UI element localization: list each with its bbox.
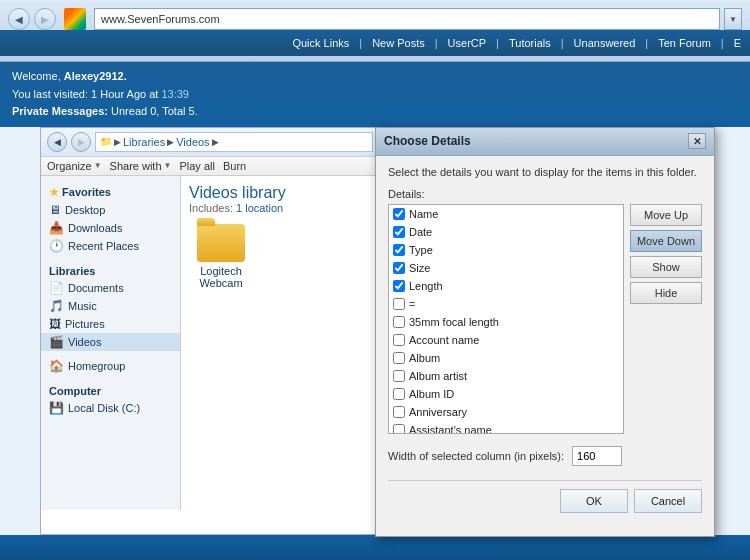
choose-details-dialog: Choose Details ✕ Select the details you … bbox=[375, 127, 715, 537]
address-bar[interactable]: www.SevenForums.com bbox=[94, 8, 720, 30]
details-list[interactable]: NameDateTypeSizeLength=35mm focal length… bbox=[388, 204, 624, 434]
detail-item[interactable]: Type bbox=[389, 241, 623, 259]
share-with-button[interactable]: Share with ▼ bbox=[110, 160, 172, 172]
cancel-button[interactable]: Cancel bbox=[634, 489, 702, 513]
nav-new-posts[interactable]: New Posts bbox=[367, 37, 430, 49]
detail-label: Date bbox=[409, 226, 432, 238]
detail-checkbox[interactable] bbox=[393, 370, 405, 382]
welcome-bar: Welcome, Alexey2912. You last visited: 1… bbox=[0, 62, 750, 127]
computer-section: Computer 💾 Local Disk (C:) bbox=[41, 381, 180, 417]
detail-label: Name bbox=[409, 208, 438, 220]
detail-checkbox[interactable] bbox=[393, 388, 405, 400]
detail-checkbox[interactable] bbox=[393, 334, 405, 346]
width-input[interactable] bbox=[572, 446, 622, 466]
sidebar-item-desktop[interactable]: 🖥 Desktop bbox=[41, 201, 180, 219]
private-messages-value: Unread 0, Total 5. bbox=[111, 105, 198, 117]
favorites-group-label: ★ Favorites bbox=[41, 182, 180, 201]
detail-item[interactable]: Album ID bbox=[389, 385, 623, 403]
status-bar bbox=[0, 535, 750, 560]
dialog-description: Select the details you want to display f… bbox=[388, 166, 702, 178]
folder-icon[interactable] bbox=[197, 224, 245, 262]
location-link[interactable]: 1 location bbox=[236, 202, 283, 214]
explorer-fwd-btn[interactable]: ▶ bbox=[71, 132, 91, 152]
forward-button[interactable]: ▶ bbox=[34, 8, 56, 30]
side-buttons: Move Up Move Down Show Hide bbox=[630, 204, 702, 434]
welcome-line: Welcome, Alexey2912. bbox=[12, 68, 738, 86]
windows-logo-icon bbox=[64, 8, 86, 30]
sidebar-item-documents[interactable]: 📄 Documents bbox=[41, 279, 180, 297]
breadcrumb-videos[interactable]: Videos bbox=[176, 136, 209, 148]
detail-label: Album ID bbox=[409, 388, 454, 400]
detail-item[interactable]: = bbox=[389, 295, 623, 313]
dialog-titlebar: Choose Details ✕ bbox=[376, 128, 714, 156]
sidebar-item-homegroup[interactable]: 🏠 Homegroup bbox=[41, 357, 180, 375]
move-down-button[interactable]: Move Down bbox=[630, 230, 702, 252]
address-dropdown[interactable]: ▼ bbox=[724, 8, 742, 30]
sidebar-item-recent-places[interactable]: 🕐 Recent Places bbox=[41, 237, 180, 255]
ok-button[interactable]: OK bbox=[560, 489, 628, 513]
detail-checkbox[interactable] bbox=[393, 316, 405, 328]
library-subtitle: Includes: 1 location bbox=[189, 202, 371, 214]
detail-checkbox[interactable] bbox=[393, 352, 405, 364]
detail-item[interactable]: Account name bbox=[389, 331, 623, 349]
hide-button[interactable]: Hide bbox=[630, 282, 702, 304]
sidebar-item-downloads[interactable]: 📥 Downloads bbox=[41, 219, 180, 237]
detail-item[interactable]: Name bbox=[389, 205, 623, 223]
sidebar-item-videos[interactable]: 🎬 Videos bbox=[41, 333, 180, 351]
sidebar-item-music[interactable]: 🎵 Music bbox=[41, 297, 180, 315]
username: Alexey2912. bbox=[64, 70, 127, 82]
move-up-button[interactable]: Move Up bbox=[630, 204, 702, 226]
breadcrumb[interactable]: 📁 ▶ Libraries ▶ Videos ▶ bbox=[95, 132, 373, 152]
dialog-title: Choose Details bbox=[384, 134, 471, 148]
detail-label: Length bbox=[409, 280, 443, 292]
private-messages-label: Private Messages: bbox=[12, 105, 108, 117]
detail-checkbox[interactable] bbox=[393, 208, 405, 220]
sidebar-item-pictures[interactable]: 🖼 Pictures bbox=[41, 315, 180, 333]
detail-checkbox[interactable] bbox=[393, 244, 405, 256]
detail-item[interactable]: Assistant's name bbox=[389, 421, 623, 434]
detail-label: Account name bbox=[409, 334, 479, 346]
last-visited-time: 13:39 bbox=[161, 88, 189, 100]
explorer-back-btn[interactable]: ◀ bbox=[47, 132, 67, 152]
detail-checkbox[interactable] bbox=[393, 406, 405, 418]
videos-icon: 🎬 bbox=[49, 335, 64, 349]
width-label: Width of selected column (in pixels): bbox=[388, 450, 564, 462]
local-disk-icon: 💾 bbox=[49, 401, 64, 415]
detail-checkbox[interactable] bbox=[393, 298, 405, 310]
detail-item[interactable]: Anniversary bbox=[389, 403, 623, 421]
nav-extra[interactable]: E bbox=[729, 37, 746, 49]
organize-button[interactable]: Organize ▼ bbox=[47, 160, 102, 172]
detail-item[interactable]: Date bbox=[389, 223, 623, 241]
last-visited-line: You last visited: 1 Hour Ago at 13:39 bbox=[12, 86, 738, 104]
detail-item[interactable]: Album bbox=[389, 349, 623, 367]
nav-ten-forum[interactable]: Ten Forum bbox=[653, 37, 716, 49]
dialog-close-button[interactable]: ✕ bbox=[688, 133, 706, 149]
detail-item[interactable]: Album artist bbox=[389, 367, 623, 385]
burn-button[interactable]: Burn bbox=[223, 160, 246, 172]
detail-checkbox[interactable] bbox=[393, 280, 405, 292]
breadcrumb-libraries[interactable]: Libraries bbox=[123, 136, 165, 148]
show-button[interactable]: Show bbox=[630, 256, 702, 278]
folder-item[interactable]: LogitechWebcam bbox=[189, 224, 253, 289]
organize-label: Organize bbox=[47, 160, 92, 172]
detail-checkbox[interactable] bbox=[393, 424, 405, 434]
nav-links-bar: Quick Links | New Posts | UserCP | Tutor… bbox=[0, 30, 750, 56]
details-panel: NameDateTypeSizeLength=35mm focal length… bbox=[388, 204, 702, 434]
detail-label: 35mm focal length bbox=[409, 316, 499, 328]
back-button[interactable]: ◀ bbox=[8, 8, 30, 30]
explorer-actions: Organize ▼ Share with ▼ Play all Burn bbox=[41, 157, 379, 176]
nav-usercp[interactable]: UserCP bbox=[443, 37, 492, 49]
detail-item[interactable]: 35mm focal length bbox=[389, 313, 623, 331]
libraries-section: Libraries 📄 Documents 🎵 Music 🖼 Pictures bbox=[41, 261, 180, 351]
detail-item[interactable]: Size bbox=[389, 259, 623, 277]
homegroup-icon: 🏠 bbox=[49, 359, 64, 373]
nav-tutorials[interactable]: Tutorials bbox=[504, 37, 556, 49]
play-all-button[interactable]: Play all bbox=[179, 160, 214, 172]
nav-quick-links[interactable]: Quick Links bbox=[287, 37, 354, 49]
detail-checkbox[interactable] bbox=[393, 226, 405, 238]
detail-checkbox[interactable] bbox=[393, 262, 405, 274]
detail-item[interactable]: Length bbox=[389, 277, 623, 295]
sidebar-item-local-disk[interactable]: 💾 Local Disk (C:) bbox=[41, 399, 180, 417]
width-row: Width of selected column (in pixels): bbox=[388, 446, 702, 466]
nav-unanswered[interactable]: Unanswered bbox=[569, 37, 641, 49]
